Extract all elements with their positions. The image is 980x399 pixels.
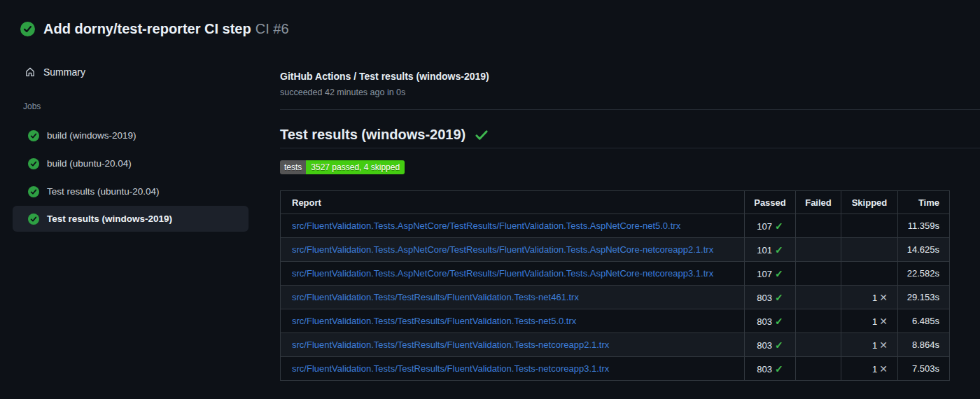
check-icon: ✓ <box>775 244 783 255</box>
table-row: src/FluentValidation.Tests.AspNetCore/Te… <box>281 214 950 238</box>
report-link[interactable]: src/FluentValidation.Tests/TestResults/F… <box>292 363 609 374</box>
failed-count <box>796 357 841 381</box>
report-link[interactable]: src/FluentValidation.Tests/TestResults/F… <box>292 292 579 302</box>
sidebar-item-summary[interactable]: Summary <box>24 66 85 78</box>
skipped-count: 1 <box>872 293 877 303</box>
skipped-count <box>841 214 898 238</box>
sidebar-job-build-windows[interactable]: build (windows-2019) <box>13 122 248 148</box>
sidebar-job-testresults-windows[interactable]: Test results (windows-2019) <box>13 206 248 232</box>
skipped-count <box>841 262 898 286</box>
report-link[interactable]: src/FluentValidation.Tests.AspNetCore/Te… <box>292 268 713 279</box>
check-icon <box>474 127 489 143</box>
check-icon: ✓ <box>775 220 783 232</box>
table-row: src/FluentValidation.Tests.AspNetCore/Te… <box>281 238 950 262</box>
workflow-run-header: Add dorny/test-reporter CI stepCI #6 <box>20 20 289 37</box>
table-row: src/FluentValidation.Tests/TestResults/F… <box>281 357 950 381</box>
check-icon: ✓ <box>775 292 783 303</box>
section-title: Test results (windows-2019) <box>280 127 489 143</box>
check-run-status: succeeded 42 minutes ago in 0s <box>280 88 405 97</box>
tests-badge-label: tests <box>280 160 306 174</box>
check-circle-icon <box>28 130 39 141</box>
check-icon: ✓ <box>775 268 783 279</box>
column-header-skipped: Skipped <box>841 191 898 214</box>
time-value: 8.864s <box>898 333 950 357</box>
column-header-passed: Passed <box>745 191 796 214</box>
cross-icon: ✕ <box>879 340 888 351</box>
passed-count: 803 <box>757 340 772 351</box>
skipped-count: 1 <box>872 316 877 327</box>
passed-count: 803 <box>757 293 772 303</box>
skipped-count <box>841 238 898 262</box>
report-link[interactable]: src/FluentValidation.Tests/TestResults/F… <box>292 316 576 326</box>
time-value: 29.153s <box>898 286 950 309</box>
sidebar-job-build-ubuntu[interactable]: build (ubuntu-20.04) <box>13 150 248 176</box>
passed-count: 107 <box>757 269 772 279</box>
cross-icon: ✕ <box>879 316 888 327</box>
failed-count <box>796 309 841 333</box>
table-header-row: Report Passed Failed Skipped Time <box>281 191 950 214</box>
table-row: src/FluentValidation.Tests.AspNetCore/Te… <box>281 262 950 286</box>
sidebar-summary-label: Summary <box>43 66 85 78</box>
report-link[interactable]: src/FluentValidation.Tests.AspNetCore/Te… <box>292 244 713 255</box>
divider <box>280 109 980 110</box>
table-row: src/FluentValidation.Tests/TestResults/F… <box>281 286 950 309</box>
divider <box>280 148 980 148</box>
check-circle-icon <box>20 22 35 36</box>
skipped-count: 1 <box>872 364 877 374</box>
failed-count <box>796 333 841 357</box>
check-run-title: GitHub Actions / Test results (windows-2… <box>280 71 489 82</box>
time-value: 11.359s <box>898 214 950 238</box>
sidebar-jobs-heading: Jobs <box>23 102 41 111</box>
job-label: build (ubuntu-20.04) <box>47 158 132 169</box>
failed-count <box>796 286 841 309</box>
failed-count <box>796 262 841 286</box>
table-row: src/FluentValidation.Tests/TestResults/F… <box>281 309 950 333</box>
passed-count: 803 <box>757 316 772 327</box>
passed-count: 101 <box>757 245 772 255</box>
check-icon: ✓ <box>775 363 783 374</box>
job-label: build (windows-2019) <box>47 130 136 141</box>
check-circle-icon <box>28 214 39 225</box>
column-header-time: Time <box>898 191 950 214</box>
check-circle-icon <box>28 186 39 197</box>
tests-badge-value: 3527 passed, 4 skipped <box>306 160 405 174</box>
home-icon <box>24 66 36 78</box>
table-row: src/FluentValidation.Tests/TestResults/F… <box>281 333 950 357</box>
section-title-text: Test results (windows-2019) <box>280 127 465 143</box>
time-value: 14.625s <box>898 238 950 262</box>
job-label: Test results (windows-2019) <box>47 214 172 224</box>
cross-icon: ✕ <box>879 363 888 374</box>
failed-count <box>796 238 841 262</box>
job-label: Test results (ubuntu-20.04) <box>47 186 160 197</box>
time-value: 22.582s <box>898 262 950 286</box>
column-header-failed: Failed <box>796 191 841 214</box>
sidebar-job-testresults-ubuntu[interactable]: Test results (ubuntu-20.04) <box>13 178 248 204</box>
column-header-report: Report <box>281 191 745 214</box>
time-value: 6.485s <box>898 309 950 333</box>
report-link[interactable]: src/FluentValidation.Tests/TestResults/F… <box>292 340 609 350</box>
passed-count: 803 <box>757 364 772 374</box>
time-value: 7.503s <box>898 357 950 381</box>
passed-count: 107 <box>757 221 772 232</box>
report-link[interactable]: src/FluentValidation.Tests.AspNetCore/Te… <box>292 220 680 231</box>
check-icon: ✓ <box>775 340 783 351</box>
skipped-count: 1 <box>872 340 877 351</box>
cross-icon: ✕ <box>879 292 888 303</box>
check-icon: ✓ <box>775 316 783 327</box>
failed-count <box>796 214 841 238</box>
run-number: CI #6 <box>255 21 289 36</box>
check-circle-icon <box>28 158 39 169</box>
test-results-table: Report Passed Failed Skipped Time src/Fl… <box>280 190 950 381</box>
page-title: Add dorny/test-reporter CI step <box>43 21 251 36</box>
tests-badge: tests 3527 passed, 4 skipped <box>280 160 405 174</box>
